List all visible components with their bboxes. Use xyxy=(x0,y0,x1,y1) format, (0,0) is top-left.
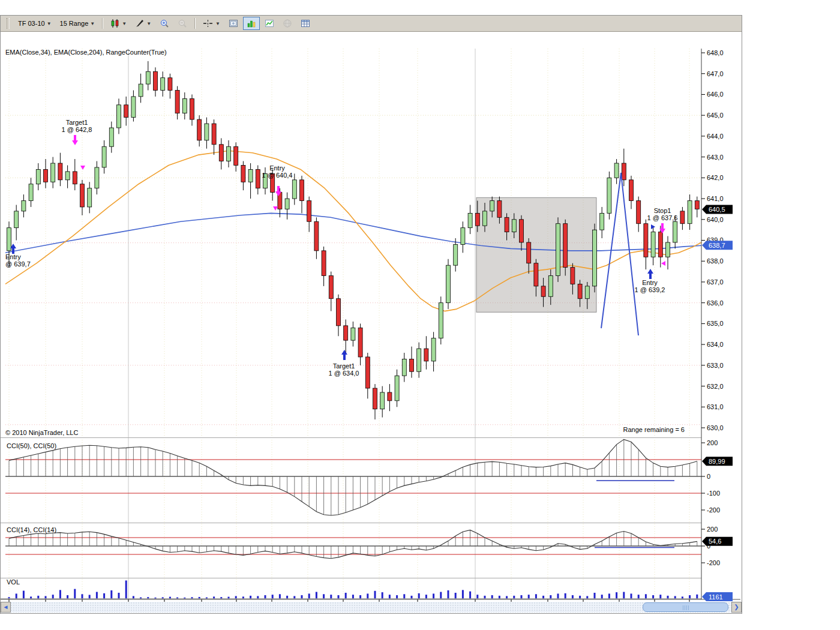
price-axis-label: 636,0 xyxy=(707,299,724,307)
range-remaining-label: Range remaining = 6 xyxy=(623,426,685,433)
volume-bar xyxy=(279,594,281,598)
volume-bar xyxy=(403,594,405,598)
volume-bar xyxy=(557,593,559,598)
snapshot-button[interactable] xyxy=(225,17,242,30)
cci50-axis-label: -100 xyxy=(707,490,720,497)
candle-down xyxy=(219,145,223,161)
candle-up xyxy=(688,201,692,224)
volume-bar xyxy=(579,596,581,599)
candle-down xyxy=(475,213,479,226)
candle-up xyxy=(51,163,55,182)
candle-up xyxy=(205,124,209,140)
interval-selector[interactable]: 15 Range▼ xyxy=(56,17,99,30)
scroll-left-button[interactable]: ◄ xyxy=(1,602,11,613)
volume-bar xyxy=(74,589,76,599)
candle-down xyxy=(322,251,326,276)
candle-up xyxy=(483,211,487,226)
cci50-value-tag-text: 89,99 xyxy=(709,458,725,465)
volume-bar xyxy=(652,595,654,598)
toolbar-grip[interactable] xyxy=(7,18,10,29)
globe-button[interactable] xyxy=(279,17,296,30)
candle-down xyxy=(168,78,172,91)
trade-fill-label: 1 @ 642,8 xyxy=(62,126,92,133)
thumb-grip-icon xyxy=(683,605,689,610)
price-axis-label: 630,0 xyxy=(707,424,724,431)
chevron-down-icon: ▼ xyxy=(90,21,95,26)
instrument-selector[interactable]: TF 03-10▼ xyxy=(14,17,55,30)
price-axis-label: 641,0 xyxy=(707,195,724,202)
candle-down xyxy=(175,90,179,113)
volume-bar xyxy=(659,595,661,598)
chart-bars-button[interactable] xyxy=(243,17,260,30)
candle-down xyxy=(329,276,333,299)
volume-bar xyxy=(491,595,493,598)
candle-up xyxy=(117,105,121,128)
horizontal-scrollbar[interactable]: ◄ ❯ xyxy=(1,602,742,613)
volume-bar xyxy=(191,597,193,598)
price-axis-label: 646,0 xyxy=(707,91,724,98)
trade-label: Target1 xyxy=(66,119,88,126)
volume-bar xyxy=(272,595,274,598)
volume-bar xyxy=(418,593,420,599)
globe-icon xyxy=(283,19,292,28)
candle-down xyxy=(637,201,641,224)
volume-bar xyxy=(30,596,32,598)
volume-bar xyxy=(667,596,669,599)
volume-bar xyxy=(601,595,603,598)
volume-bar xyxy=(521,595,523,598)
scrollbar-thumb[interactable] xyxy=(643,602,728,612)
cci50-axis-label: 0 xyxy=(707,473,710,480)
candle-up xyxy=(36,169,40,184)
price-axis-label: 633,0 xyxy=(707,362,724,369)
candle-down xyxy=(344,326,348,340)
candle-up xyxy=(102,146,106,167)
volume-bar xyxy=(118,593,120,599)
candle-down xyxy=(197,119,202,140)
candle-down xyxy=(578,284,582,298)
trade-label: Stop1 xyxy=(654,207,671,214)
candle-down xyxy=(527,242,531,263)
volume-bar xyxy=(396,595,398,598)
volume-bar xyxy=(323,594,325,598)
volume-bar xyxy=(52,595,54,598)
candle-down xyxy=(541,286,545,296)
cci14-axis-label: -200 xyxy=(707,559,720,566)
volume-bar xyxy=(82,594,83,598)
candle-up xyxy=(490,201,494,211)
candlestick-style-button[interactable]: ▼ xyxy=(107,17,130,30)
volume-value-tag-text: 1161 xyxy=(709,593,723,601)
trade-fill-label: @ 639,7 xyxy=(5,260,31,268)
volume-bar xyxy=(638,595,640,598)
candle-up xyxy=(402,359,406,376)
scroll-right-button[interactable]: ❯ xyxy=(731,602,742,613)
volume-bar xyxy=(389,595,391,598)
volume-bar xyxy=(162,597,164,598)
volume-bar xyxy=(45,596,47,598)
volume-bar xyxy=(484,596,486,599)
volume-bar xyxy=(433,593,434,598)
zoom-out-button[interactable] xyxy=(174,17,191,30)
volume-bar xyxy=(682,596,683,598)
chart-line-button[interactable] xyxy=(261,17,278,30)
candle-up xyxy=(666,242,670,257)
candle-up xyxy=(593,230,597,286)
data-grid-button[interactable] xyxy=(297,17,314,30)
draw-tools-button[interactable]: ▼ xyxy=(131,17,155,30)
volume-bar xyxy=(535,594,537,598)
candle-down xyxy=(365,357,370,388)
volume-bar xyxy=(220,597,222,598)
cci14-axis-label: 200 xyxy=(707,526,718,533)
chart-window: TF 03-10▼ 15 Range▼ ▼ ▼ xyxy=(0,15,742,614)
candle-down xyxy=(212,124,216,145)
volume-bar xyxy=(455,593,457,599)
volume-bar xyxy=(542,596,544,599)
candle-up xyxy=(614,163,619,178)
volume-bar xyxy=(242,596,244,598)
volume-bar xyxy=(476,595,478,598)
candle-down xyxy=(644,224,648,257)
volume-bar xyxy=(110,590,112,599)
crosshair-button[interactable]: ▼ xyxy=(199,17,224,30)
price-axis-label: 643,0 xyxy=(707,154,724,161)
candle-down xyxy=(571,268,575,284)
zoom-in-button[interactable] xyxy=(156,17,173,30)
